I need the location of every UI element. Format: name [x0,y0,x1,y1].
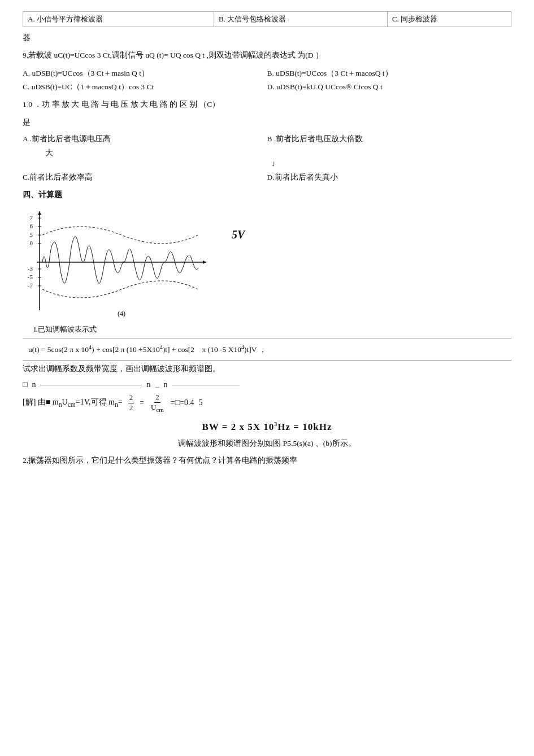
q10-optionC: C.前者比后者效率高 [23,171,267,184]
svg-text:6: 6 [30,223,33,229]
q9-optionC: C. uDSB(t)=UC（1＋macosQ t）cos 3 Ct [23,80,267,94]
q2-text: 2.振荡器如图所示，它们是什么类型振荡器？有何优点？计算各电路的振荡频率 [23,454,511,467]
svg-text:-5: -5 [28,273,33,280]
bw-line: BW = 2 x 5X 103Hz = 10kHz [23,422,511,433]
options-table: A. 小信号平方律检波器 B. 大信号包络检波器 C. 同步检波器 [23,11,511,27]
q9-options: A. uDSB(t)=UCcos（3 Ct＋masin Q t） B. uDSB… [23,67,511,94]
fraction-1: 2 2 [128,393,134,413]
bw-text: BW = 2 x 5X 103Hz = 10kHz [202,422,332,432]
waveform-subtitle: i.已知调幅波表示式 [34,324,511,334]
n-label-2: n [146,380,150,389]
q10-answer: （C） [199,100,220,108]
header-suffix: 器 [23,32,511,45]
svg-text:(4): (4) [118,310,125,318]
q10-optionA: A .前者比后者电源电压高 [23,132,267,146]
q10-number: 1 0 [23,100,32,108]
subtask-text: 试求出调幅系数及频带宽度，画出调幅波波形和频谱图。 [23,363,511,376]
fraction-2: 2 Ucm [150,393,165,414]
option-A: A. 小信号平方律检波器 [23,12,214,27]
frac2-denom: Ucm [150,403,165,414]
waveform-svg: 7 6 5 0 -3 -5 -7 [23,206,215,319]
square-symbol: □ [23,380,27,389]
solution-eq2: =□=0.4 [171,398,194,407]
waveform-5v-label: 5V [232,228,245,241]
q9-optionD: D. uDSB(t)=kU Q UCcos® Ctcos Q t [267,80,512,94]
caption-wave: 调幅波波形和频谱图分别如图 P5.5(s)(a) 、(b)所示。 [23,438,511,449]
dashes-line: □ n n _ n [23,380,511,389]
underscore-symbol: _ [155,380,159,389]
dashes-1 [40,385,142,385]
svg-marker-19 [38,211,41,215]
formula-box: u(t) = 5cos(2 π x 104) + cos[2 π (10 +5X… [23,338,511,360]
solution-eq2-prefix: = [140,398,144,407]
q9-text: 9.若载波 uC(t)=UCcos 3 Ct,调制信号 uQ (t)= UQ c… [23,49,511,62]
q10-down-arrow: ↓ [23,159,511,168]
solution-val: 5 [198,398,202,407]
q10-text: ．功 率 放 大 电 路 与 电 压 放 大 电 路 的 区 别 [34,100,197,108]
q10-options-cd: C.前者比后者效率高 D.前者比后者失真小 [23,171,511,184]
svg-text:0: 0 [30,240,33,246]
svg-text:-3: -3 [28,265,33,272]
am-waveform-svg: 7 6 5 0 -3 -5 -7 [23,206,215,319]
section4-title: 四、计算题 [23,190,511,200]
svg-marker-18 [203,260,206,264]
q9-optionA: A. uDSB(t)=UCcos（3 Ct＋masin Q t） [23,67,267,80]
svg-text:-7: -7 [28,282,33,289]
waveform-area: 7 6 5 0 -3 -5 -7 [23,206,511,319]
option-C: C. 同步检波器 [387,12,511,27]
q10-line: 1 0 ．功 率 放 大 电 路 与 电 压 放 大 电 路 的 区 别 （C） [23,98,511,111]
q10-suffix: 是 [23,116,511,129]
frac2-numer: 2 [154,393,160,403]
svg-text:7: 7 [30,214,33,221]
solution-line: [解] 由■ mnUcm=1V,可得 mn= 2 2 = 2 Ucm =□=0.… [23,393,511,414]
formula-text: u(t) = 5cos(2 π x 104) + cos[2 π (10 +5X… [28,345,267,354]
n-label-1: n [32,380,36,389]
page-content: A. 小信号平方律检波器 B. 大信号包络检波器 C. 同步检波器 器 9.若载… [23,11,511,467]
q10-big: 大 [23,148,511,158]
n-label-3: n [163,380,167,389]
option-B: B. 大信号包络检波器 [214,12,387,27]
q10-optionA-right: B .前者比后者电压放大倍数 [267,132,512,146]
q10-options: A .前者比后者电源电压高 B .前者比后者电压放大倍数 [23,132,511,146]
dashes-2 [172,385,240,385]
solution-intro: [解] 由■ mnUcm=1V,可得 mn= [23,397,123,409]
q10-optionD: D.前者比后者失真小 [267,171,512,184]
svg-text:5: 5 [30,231,33,238]
frac1-denom: 2 [128,403,134,413]
q9-optionB: B. uDSB(t)=UCcos（3 Ct＋macosQ t） [267,67,512,80]
frac1-numer: 2 [128,393,134,403]
